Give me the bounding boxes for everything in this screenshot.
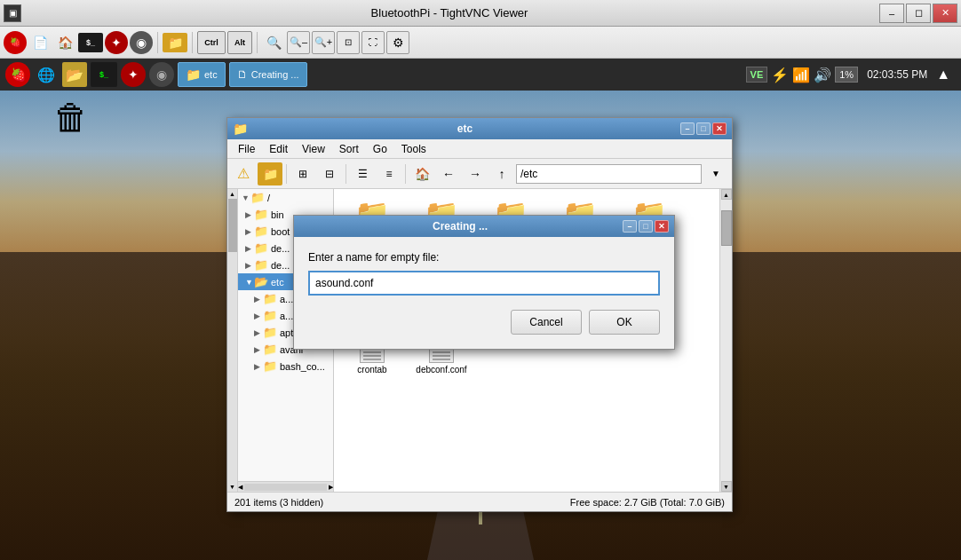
tree-arrow-avahi: ▶ (254, 345, 263, 354)
fm-menu-file[interactable]: File (231, 141, 262, 157)
fm-statusbar: 201 items (3 hidden) Free space: 2.7 GiB… (227, 492, 732, 511)
fm-scroll-down[interactable]: ▼ (721, 481, 732, 492)
fm-compact-view-btn[interactable]: ≡ (377, 162, 401, 185)
fm-address-bar[interactable]: /etc (516, 164, 702, 184)
tree-arrow-a2: ▶ (254, 312, 263, 320)
wifi-icon[interactable]: 📶 (792, 67, 810, 83)
volume-icon[interactable]: 🔊 (814, 67, 831, 83)
fm-menu-tools[interactable]: Tools (394, 141, 433, 157)
fm-grid-view-btn[interactable]: ⊞ (290, 162, 315, 185)
zoom-fit-icon[interactable]: ⊡ (337, 31, 360, 54)
rpi-system-tray: VE ⚡ 📶 🔊 1% 02:03:55 PM ▲ (746, 67, 957, 83)
tree-label-root: / (267, 193, 270, 203)
fm-scroll-up[interactable]: ▲ (721, 189, 732, 200)
rpi-logo-icon[interactable]: 🍓 (4, 31, 27, 54)
terminal-icon[interactable]: $_ (78, 33, 103, 52)
rpi-globe-icon[interactable]: 🌐 (34, 62, 59, 87)
fm-content-scrollbar[interactable]: ▲ ▼ (719, 189, 732, 492)
tree-folder-avahi: 📁 (263, 343, 277, 356)
dialog-ok-button[interactable]: OK (589, 310, 660, 335)
task-etc-folder-icon: 📁 (186, 67, 201, 82)
fm-scroll-thumb[interactable] (721, 210, 732, 246)
fm-sidebar-scrollbar[interactable]: ▲ ▼ (227, 189, 238, 492)
tree-label-a2: a... (280, 311, 293, 321)
scroll-indicator[interactable]: ▲ (936, 67, 950, 83)
sidebar-scroll-down[interactable]: ▼ (229, 484, 235, 490)
home-icon[interactable]: 🏠 (53, 31, 76, 54)
fm-menubar: File Edit View Sort Go Tools (227, 139, 732, 159)
vnc-close-button[interactable]: ✕ (933, 4, 957, 23)
fm-home-btn[interactable]: 🏠 (409, 162, 434, 185)
vnc-maximize-button[interactable]: ◻ (906, 4, 931, 23)
tree-label-a1: a... (280, 294, 293, 304)
rpi-vnc-icon[interactable]: ◉ (149, 62, 174, 87)
task-button-creating[interactable]: 🗋 Creating ... (229, 62, 307, 87)
options-icon[interactable]: ⚙ (386, 31, 409, 54)
new-icon[interactable]: 📄 (28, 31, 52, 54)
search-icon[interactable]: 🔍 (262, 31, 285, 54)
fm-warn-btn[interactable]: ⚠ (231, 162, 256, 185)
battery-indicator[interactable]: 1% (835, 67, 858, 83)
red-icon[interactable]: ✦ (105, 31, 128, 54)
tree-folder-a1: 📁 (263, 292, 277, 305)
bluetooth-icon[interactable]: ⚡ (771, 67, 789, 83)
dialog-minimize-button[interactable]: – (623, 220, 637, 233)
sidebar-scroll-thumb[interactable] (228, 199, 237, 252)
ctrl-key-icon[interactable]: Ctrl (197, 31, 226, 54)
fm-forward-btn[interactable]: → (463, 162, 488, 185)
fm-sidebar-hscroll[interactable]: ◀ ▶ (238, 481, 333, 492)
fm-close-button[interactable]: ✕ (712, 122, 727, 135)
dialog-close-button[interactable]: ✕ (655, 220, 669, 233)
fm-minimize-button[interactable]: – (680, 122, 695, 135)
fm-menu-go[interactable]: Go (366, 141, 394, 157)
tree-folder-bin: 📁 (254, 208, 268, 221)
task-button-etc[interactable]: 📁 etc (178, 62, 226, 87)
desktop-area: 🗑 📁 etc – □ ✕ File Edit View Sort Go Too… (0, 91, 961, 560)
fm-new-btn[interactable]: 📁 (258, 162, 282, 185)
sidebar-hscroll-left[interactable]: ◀ (238, 484, 242, 491)
vnc-minimize-button[interactable]: – (879, 4, 904, 23)
fm-detail-view-btn[interactable]: ☰ (350, 162, 375, 185)
dialog-maximize-button[interactable]: □ (639, 220, 653, 233)
tree-item-root[interactable]: ▼ 📁 / (238, 189, 333, 206)
fm-title-icon: 📁 (233, 122, 248, 136)
tree-arrow-root: ▼ (242, 193, 250, 202)
sidebar-scroll-up[interactable]: ▲ (229, 191, 235, 197)
fm-menu-view[interactable]: View (295, 141, 332, 157)
rpi-terminal-icon[interactable]: $_ (91, 62, 117, 87)
dialog-cancel-button[interactable]: Cancel (511, 310, 582, 335)
rpi-asterisk-icon[interactable]: ✦ (121, 62, 146, 87)
zoom-out-icon[interactable]: 🔍– (287, 31, 310, 54)
trash-icon[interactable]: 🗑 (44, 98, 98, 139)
task-creating-label: Creating ... (251, 69, 299, 80)
fm-up-btn[interactable]: ↑ (489, 162, 514, 185)
alt-key-icon[interactable]: Alt (227, 31, 252, 54)
fm-status-items: 201 items (3 hidden) (234, 497, 323, 508)
sidebar-hscroll-right[interactable]: ▶ (329, 484, 333, 491)
fm-back-btn[interactable]: ← (436, 162, 461, 185)
fm-address-dropdown[interactable]: ▼ (703, 162, 728, 185)
toolbar-separator-1 (157, 32, 158, 53)
dialog-filename-input[interactable] (308, 271, 660, 296)
dialog-title-text: Creating ... (299, 220, 621, 233)
vnc-toolbar: 🍓 📄 🏠 $_ ✦ ◉ 📁 Ctrl Alt 🔍 🔍– 🔍+ ⊡ ⛶ ⚙ (0, 27, 961, 59)
fm-menu-edit[interactable]: Edit (262, 141, 295, 157)
rpi-files-icon[interactable]: 📂 (62, 62, 87, 87)
vnc-icon[interactable]: ◉ (130, 31, 153, 54)
ve-indicator[interactable]: VE (746, 67, 768, 83)
rpi-menu-icon[interactable]: 🍓 (5, 62, 30, 87)
fm-menu-sort[interactable]: Sort (332, 141, 366, 157)
fm-maximize-button[interactable]: □ (696, 122, 711, 135)
tree-arrow-dev2: ▶ (245, 261, 254, 270)
folder-icon[interactable]: 📁 (163, 33, 187, 52)
fm-icon-view-btn[interactable]: ⊟ (317, 162, 342, 185)
zoom-in-icon[interactable]: 🔍+ (312, 31, 335, 54)
tree-arrow-apt: ▶ (254, 328, 263, 337)
fm-titlebar: 📁 etc – □ ✕ (227, 118, 732, 139)
tree-item-bash-conf[interactable]: ▶ 📁 bash_co... (238, 358, 333, 375)
vnc-titlebar: ▣ BluetoothPi - TightVNC Viewer – ◻ ✕ (0, 0, 961, 27)
dialog-buttons: Cancel OK (308, 310, 660, 335)
creating-dialog: Creating ... – □ ✕ Enter a name for empt… (293, 215, 675, 350)
clock[interactable]: 02:03:55 PM (862, 68, 933, 81)
zoom-full-icon[interactable]: ⛶ (361, 31, 385, 54)
